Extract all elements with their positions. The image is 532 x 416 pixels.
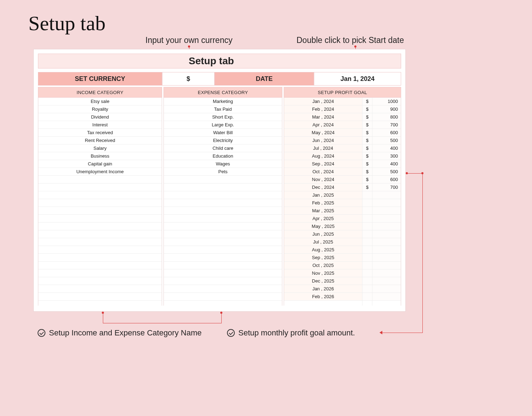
- profit-value-cell[interactable]: [372, 230, 401, 238]
- income-category-cell[interactable]: [38, 285, 162, 293]
- profit-symbol-cell: $: [362, 168, 372, 176]
- income-category-cell[interactable]: [38, 238, 162, 246]
- income-category-cell[interactable]: [38, 277, 162, 285]
- profit-value-cell[interactable]: 700: [372, 121, 401, 129]
- profit-symbol-cell: [362, 215, 372, 223]
- profit-value-cell[interactable]: [372, 199, 401, 207]
- expense-category-cell[interactable]: [164, 293, 282, 301]
- income-category-cell[interactable]: Salary: [38, 144, 162, 152]
- profit-month-cell: Mar , 2025: [284, 207, 362, 215]
- connector-dot: [406, 172, 408, 174]
- expense-category-cell[interactable]: Water Bill: [164, 129, 282, 137]
- income-category-cell[interactable]: Dividend: [38, 113, 162, 121]
- income-category-cell[interactable]: [38, 230, 162, 238]
- profit-value-cell[interactable]: [372, 238, 401, 246]
- profit-value-cell[interactable]: 500: [372, 168, 401, 176]
- expense-category-cell[interactable]: [164, 207, 282, 215]
- expense-category-cell[interactable]: [164, 184, 282, 191]
- income-category-cell[interactable]: Royality: [38, 105, 162, 113]
- profit-symbol-cell: [362, 254, 372, 262]
- profit-symbol-cell: [362, 238, 372, 246]
- connector-line: [382, 333, 423, 333]
- expense-category-cell[interactable]: [164, 215, 282, 223]
- expense-category-cell[interactable]: [164, 191, 282, 199]
- profit-value-cell[interactable]: 600: [372, 176, 401, 184]
- profit-value-cell[interactable]: 300: [372, 152, 401, 160]
- income-category-cell[interactable]: Rent Received: [38, 137, 162, 144]
- profit-value-cell[interactable]: [372, 293, 401, 301]
- expense-category-cell[interactable]: [164, 246, 282, 254]
- income-category-cell[interactable]: [38, 254, 162, 262]
- income-category-cell[interactable]: [38, 262, 162, 269]
- profit-value-cell[interactable]: [372, 277, 401, 285]
- profit-value-cell[interactable]: 800: [372, 113, 401, 121]
- profit-symbol-cell: [362, 285, 372, 293]
- expense-category-cell[interactable]: Wages: [164, 160, 282, 168]
- profit-symbol-cell: $: [362, 144, 372, 152]
- income-category-cell[interactable]: Etsy sale: [38, 98, 162, 105]
- profit-symbol-cell: [362, 246, 372, 254]
- profit-symbol-cell: [362, 269, 372, 277]
- income-category-cell[interactable]: [38, 176, 162, 184]
- profit-value-cell[interactable]: 400: [372, 160, 401, 168]
- expense-category-cell[interactable]: Tax Paid: [164, 105, 282, 113]
- profit-value-cell[interactable]: 600: [372, 129, 401, 137]
- currency-input[interactable]: $: [162, 72, 215, 86]
- expense-category-cell[interactable]: [164, 199, 282, 207]
- expense-category-cell[interactable]: Marketing: [164, 98, 282, 105]
- expense-category-cell[interactable]: Education: [164, 152, 282, 160]
- income-category-cell[interactable]: [38, 246, 162, 254]
- expense-category-cell[interactable]: [164, 254, 282, 262]
- profit-value-cell[interactable]: 500: [372, 137, 401, 144]
- income-category-cell[interactable]: [38, 269, 162, 277]
- profit-value-cell[interactable]: [372, 269, 401, 277]
- profit-value-cell[interactable]: 700: [372, 184, 401, 191]
- income-category-cell[interactable]: Interest: [38, 121, 162, 129]
- note-profit-goal-text: Setup monthly profit goal amount.: [238, 328, 355, 338]
- expense-category-cell[interactable]: [164, 285, 282, 293]
- expense-category-cell[interactable]: [164, 238, 282, 246]
- expense-category-cell[interactable]: [164, 230, 282, 238]
- profit-symbol-cell: $: [362, 121, 372, 129]
- note-profit-goal: Setup monthly profit goal amount.: [227, 328, 355, 338]
- expense-category-cell[interactable]: [164, 269, 282, 277]
- income-category-cell[interactable]: [38, 215, 162, 223]
- start-date-input[interactable]: Jan 1, 2024: [314, 72, 401, 86]
- expense-category-cell[interactable]: [164, 223, 282, 230]
- profit-month-cell: May , 2024: [284, 129, 362, 137]
- profit-value-cell[interactable]: [372, 223, 401, 230]
- income-column: Etsy saleRoyalityDividendInterestTax rec…: [38, 98, 162, 306]
- profit-value-cell[interactable]: [372, 285, 401, 293]
- income-category-cell[interactable]: Business: [38, 152, 162, 160]
- profit-value-cell[interactable]: [372, 246, 401, 254]
- income-category-cell[interactable]: Tax received: [38, 129, 162, 137]
- profit-value-cell[interactable]: [372, 254, 401, 262]
- profit-value-cell[interactable]: [372, 207, 401, 215]
- expense-category-cell[interactable]: Pets: [164, 168, 282, 176]
- profit-symbol-cell: [362, 293, 372, 301]
- profit-value-cell[interactable]: 1000: [372, 98, 401, 105]
- expense-category-cell[interactable]: [164, 176, 282, 184]
- expense-category-cell[interactable]: Electricity: [164, 137, 282, 144]
- connector-dot: [220, 312, 222, 314]
- income-category-cell[interactable]: [38, 207, 162, 215]
- expense-category-cell[interactable]: [164, 262, 282, 269]
- profit-value-cell[interactable]: [372, 262, 401, 269]
- profit-value-cell[interactable]: 400: [372, 144, 401, 152]
- profit-value-cell[interactable]: [372, 191, 401, 199]
- expense-category-cell[interactable]: [164, 277, 282, 285]
- connector-dot: [188, 45, 190, 48]
- profit-value-cell[interactable]: 900: [372, 105, 401, 113]
- income-category-cell[interactable]: [38, 191, 162, 199]
- profit-month-cell: Aug , 2024: [284, 152, 362, 160]
- expense-category-cell[interactable]: Large Exp.: [164, 121, 282, 129]
- income-category-cell[interactable]: [38, 223, 162, 230]
- expense-category-cell[interactable]: Child care: [164, 144, 282, 152]
- income-category-cell[interactable]: [38, 184, 162, 191]
- profit-value-cell[interactable]: [372, 215, 401, 223]
- income-category-cell[interactable]: Capital gain: [38, 160, 162, 168]
- income-category-cell[interactable]: [38, 199, 162, 207]
- income-category-cell[interactable]: [38, 293, 162, 301]
- expense-category-cell[interactable]: Short Exp.: [164, 113, 282, 121]
- income-category-cell[interactable]: Unemployment Income: [38, 168, 162, 176]
